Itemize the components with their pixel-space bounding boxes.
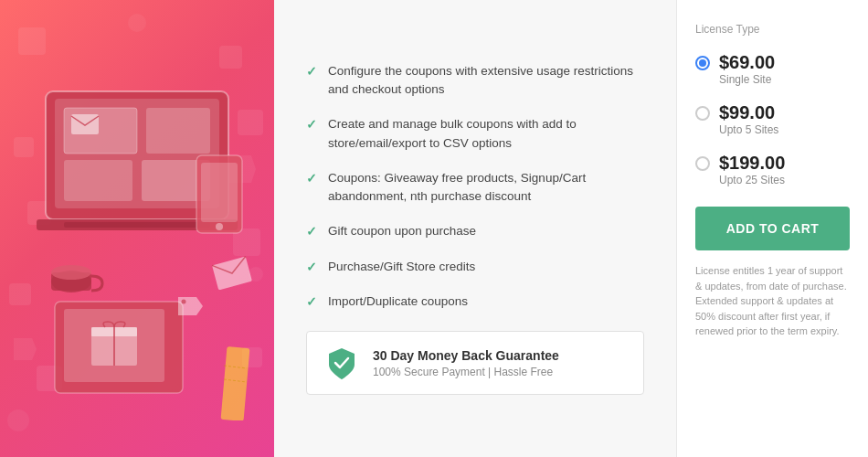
guarantee-title: 30 Day Money Back Guarantee [373,348,559,363]
feature-text: Create and manage bulk coupons with add … [328,115,644,153]
price-sites-2: Upto 25 Sites [719,174,785,186]
feature-text: Gift coupon upon purchase [328,222,476,240]
add-to-cart-button[interactable]: ADD TO CART [695,207,850,250]
shield-icon [323,345,360,381]
features-panel: ✓ Configure the coupons with extensive u… [274,0,676,457]
radio-1[interactable] [695,106,710,121]
svg-rect-35 [221,346,250,420]
checkmark-icon: ✓ [306,260,317,274]
checkmark-icon: ✓ [306,117,317,132]
feature-text: Configure the coupons with extensive usa… [328,62,644,100]
feature-text: Purchase/Gift Store credits [328,258,475,276]
price-sites-1: Upto 5 Sites [719,123,778,136]
feature-item: ✓ Configure the coupons with extensive u… [306,62,644,100]
price-amount-1: $99.00 [719,102,778,123]
price-option-0[interactable]: $69.00 Single Site [695,52,850,86]
svg-point-24 [216,223,223,230]
license-note: License entitles 1 year of support & upd… [695,263,850,339]
price-sites-0: Single Site [719,73,775,86]
guarantee-subtitle: 100% Secure Payment | Hassle Free [373,366,559,378]
hero-panel [0,0,274,457]
feature-text: Coupons: Giveaway free products, Signup/… [328,169,644,207]
feature-item: ✓ Coupons: Giveaway free products, Signu… [306,169,644,207]
feature-item: ✓ Purchase/Gift Store credits [306,258,644,276]
svg-point-9 [128,14,146,32]
svg-rect-16 [146,108,210,154]
price-amount-0: $69.00 [719,52,775,73]
price-option-1[interactable]: $99.00 Upto 5 Sites [695,102,850,136]
checkmark-icon: ✓ [306,171,317,186]
radio-0[interactable] [695,56,710,70]
price-option-2[interactable]: $199.00 Upto 25 Sites [695,153,850,186]
feature-item: ✓ Import/Duplicate coupons [306,292,644,311]
svg-point-32 [51,265,91,280]
checkmark-icon: ✓ [306,64,317,79]
feature-text: Import/Duplicate coupons [328,292,468,311]
svg-rect-21 [64,222,210,228]
svg-rect-19 [71,114,99,134]
checkmark-icon: ✓ [306,224,317,239]
checkmark-icon: ✓ [306,294,317,309]
license-type-label: License Type [695,23,850,36]
guarantee-box: 30 Day Money Back Guarantee 100% Secure … [306,331,644,395]
svg-rect-17 [64,160,132,201]
svg-rect-23 [201,163,238,222]
price-info-2: $199.00 Upto 25 Sites [719,153,785,186]
price-amount-2: $199.00 [719,153,785,174]
feature-item: ✓ Gift coupon upon purchase [306,222,644,240]
pricing-panel: License Type $69.00 Single Site $99.00 U… [676,0,868,457]
feature-item: ✓ Create and manage bulk coupons with ad… [306,115,644,153]
price-info-1: $99.00 Upto 5 Sites [719,102,778,136]
radio-2[interactable] [695,156,710,171]
price-info-0: $69.00 Single Site [719,52,775,86]
svg-point-34 [182,300,186,304]
